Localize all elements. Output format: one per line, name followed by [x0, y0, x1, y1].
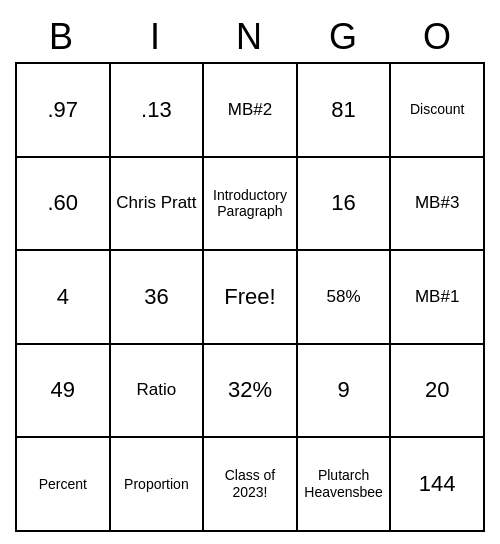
- cell-r4-c0: Percent: [17, 438, 111, 532]
- cell-r1-c1: Chris Pratt: [111, 158, 205, 252]
- cell-r0-c3: 81: [298, 64, 392, 158]
- bingo-card: BINGO .97.13MB#281Discount.60Chris Pratt…: [15, 12, 485, 532]
- bingo-row: .60Chris PrattIntroductory Paragraph16MB…: [17, 158, 485, 252]
- cell-r0-c4: Discount: [391, 64, 485, 158]
- bingo-row: PercentProportionClass of 2023!Plutarch …: [17, 438, 485, 532]
- cell-r0-c0: .97: [17, 64, 111, 158]
- cell-r3-c3: 9: [298, 345, 392, 439]
- header-letter: N: [203, 12, 297, 62]
- header-letter: B: [15, 12, 109, 62]
- cell-r4-c4: 144: [391, 438, 485, 532]
- cell-r4-c1: Proportion: [111, 438, 205, 532]
- cell-r0-c2: MB#2: [204, 64, 298, 158]
- cell-r2-c4: MB#1: [391, 251, 485, 345]
- header-letter: O: [391, 12, 485, 62]
- cell-r2-c2: Free!: [204, 251, 298, 345]
- cell-r4-c3: Plutarch Heavensbee: [298, 438, 392, 532]
- bingo-grid: .97.13MB#281Discount.60Chris PrattIntrod…: [15, 62, 485, 532]
- cell-r1-c3: 16: [298, 158, 392, 252]
- cell-r1-c0: .60: [17, 158, 111, 252]
- cell-r3-c0: 49: [17, 345, 111, 439]
- cell-r2-c3: 58%: [298, 251, 392, 345]
- cell-r3-c4: 20: [391, 345, 485, 439]
- cell-r3-c2: 32%: [204, 345, 298, 439]
- bingo-row: 49Ratio32%920: [17, 345, 485, 439]
- bingo-row: .97.13MB#281Discount: [17, 64, 485, 158]
- cell-r2-c1: 36: [111, 251, 205, 345]
- header-letter: I: [109, 12, 203, 62]
- cell-r1-c2: Introductory Paragraph: [204, 158, 298, 252]
- header-letter: G: [297, 12, 391, 62]
- cell-r1-c4: MB#3: [391, 158, 485, 252]
- bingo-header: BINGO: [15, 12, 485, 62]
- cell-r0-c1: .13: [111, 64, 205, 158]
- cell-r3-c1: Ratio: [111, 345, 205, 439]
- cell-r4-c2: Class of 2023!: [204, 438, 298, 532]
- cell-r2-c0: 4: [17, 251, 111, 345]
- bingo-row: 436Free!58%MB#1: [17, 251, 485, 345]
